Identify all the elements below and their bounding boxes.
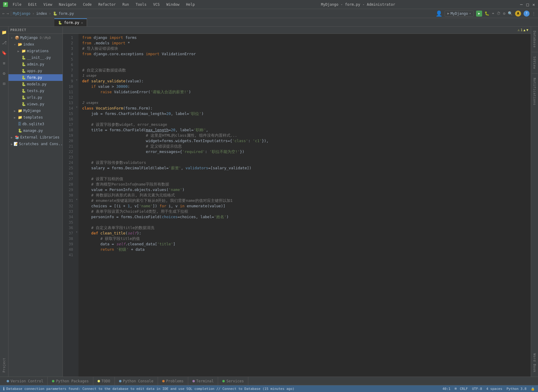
code-line[interactable]: # 将数据以列表形式表示, 列表元素为元组格式 (82, 193, 531, 198)
coverage-icon[interactable]: ☂ (492, 11, 494, 16)
tree-root[interactable]: ▾ 📦 MyDjango D:\MyD (8, 34, 63, 41)
code-line[interactable] (82, 155, 531, 160)
soview-panel-label[interactable]: SöView (533, 55, 536, 71)
code-line[interactable]: from django.core.exceptions import Valid… (82, 51, 531, 57)
folder-icon[interactable]: 📁 (1, 29, 8, 36)
nav-forward[interactable]: → (7, 11, 9, 16)
menu-edit[interactable]: Edit (27, 2, 38, 7)
database-panel-label[interactable]: Database (533, 29, 536, 49)
code-line[interactable] (82, 62, 531, 68)
tree-admin[interactable]: ▶ 🐍 admin.py (8, 61, 63, 68)
close-button[interactable]: ✕ (533, 2, 535, 7)
line-separator[interactable]: CRLF (460, 387, 468, 391)
tree-init[interactable]: ▶ 🐍 __init__.py (8, 54, 63, 61)
code-line[interactable]: personinfo = forms.ChoiceField(choices=c… (82, 214, 531, 220)
avatar[interactable]: A (515, 11, 521, 17)
run-config-selector[interactable]: ▶ MyDjango ▾ (445, 11, 474, 17)
tab-form-py[interactable]: 🐍 form.py ✕ (54, 18, 87, 26)
more-icon[interactable]: ⋮ (532, 11, 536, 16)
help-icon[interactable]: ? (524, 11, 530, 17)
word-book-label[interactable]: Word Book (533, 352, 536, 374)
tab-close-button[interactable]: ✕ (81, 21, 83, 24)
tree-external-libs[interactable]: ▶ 📚 External Libraries (8, 134, 63, 141)
code-line[interactable]: value = PersonInfo.objects.values('name'… (82, 187, 531, 193)
structure-icon2[interactable]: ≡ (1, 60, 8, 66)
code-line[interactable]: return '初级' + data (82, 247, 531, 252)
code-line[interactable]: raise ValidationError('请输入合适的薪资!') (82, 89, 531, 95)
code-line[interactable]: # 这里是HTML的class属性, 组件没有内置样式... (82, 133, 531, 138)
code-line[interactable]: # 导入验证错误模块 (82, 46, 531, 51)
menu-code[interactable]: Code (82, 2, 93, 7)
code-line[interactable]: def salary_validate(value): (82, 78, 531, 84)
code-line[interactable]: # 定义错误提示信息 (82, 144, 531, 149)
notifications-panel-label[interactable]: Notifications (533, 76, 536, 107)
tree-scratches[interactable]: ▶ 📝 Scratches and Cons... (8, 141, 63, 147)
person-icon[interactable]: 👤 (436, 10, 442, 17)
code-line[interactable]: def clean_title(self): (82, 231, 531, 236)
menu-tools[interactable]: Tools (134, 2, 148, 7)
tree-form[interactable]: ▶ 🐍 form.py (8, 74, 63, 81)
code-line[interactable] (82, 95, 531, 100)
code-line[interactable]: # 设置字段参数widget, error_message (82, 122, 531, 127)
menu-navigate[interactable]: Navigate (58, 2, 78, 7)
code-line[interactable]: class VocationForm(forms.Form): (82, 106, 531, 111)
tab-python-packages[interactable]: Python Packages (48, 377, 93, 385)
tree-apps[interactable]: ▶ 🐍 apps.py (8, 68, 63, 74)
indent[interactable]: 4 spaces (486, 387, 502, 391)
run-button[interactable] (476, 11, 482, 17)
code-line[interactable] (82, 116, 531, 122)
menu-help[interactable]: Help (185, 2, 196, 7)
code-line[interactable]: from django import forms (82, 35, 531, 40)
debug-icon[interactable]: 🐛 (485, 11, 489, 16)
tab-todo[interactable]: TODO (93, 377, 115, 385)
code-line[interactable]: # 自定义表单字段title的数据清洗 (82, 225, 531, 231)
menu-vcs[interactable]: VCS (152, 2, 161, 7)
code-content[interactable]: from django import formsfrom .models imp… (79, 34, 531, 377)
search-icon[interactable]: 🔍 (508, 11, 513, 16)
tree-manage[interactable]: ▶ 🐍 manage.py (8, 127, 63, 134)
profile-icon[interactable]: ⏱ (497, 11, 501, 16)
tree-tests[interactable]: ▶ 🐍 tests.py (8, 88, 63, 94)
code-line[interactable]: title = forms.CharField(max_length=20, l… (82, 127, 531, 133)
tab-services[interactable]: Services (218, 377, 248, 385)
code-line[interactable]: # 设置下拉框的值 (82, 176, 531, 182)
code-line[interactable]: choices = [(i + 1, v['name']) for i, v i… (82, 203, 531, 209)
tree-migrations[interactable]: ▶ 📁 migrations (8, 48, 63, 54)
code-line[interactable]: # enumerate按键返回的索引下标从0开始, 我们需要name的值对应主键… (82, 198, 531, 203)
minimize-button[interactable]: ─ (520, 2, 523, 7)
code-line[interactable]: error_messages={'required': '职位不能为空!'}) (82, 149, 531, 155)
tree-views[interactable]: ▶ 🐍 views.py (8, 101, 63, 107)
settings-gear-icon[interactable]: ⚙ (1, 70, 8, 77)
breadcrumb-file[interactable]: 🐍 form.py (53, 11, 74, 16)
code-line[interactable]: data = self.cleaned_data['title'] (82, 241, 531, 247)
menu-run[interactable]: Run (121, 2, 130, 7)
breadcrumb-index[interactable]: index (36, 11, 47, 16)
lock-icon[interactable]: 🔒 (531, 387, 535, 391)
tree-templates[interactable]: ▶ 📁 templates (8, 114, 63, 121)
code-line[interactable]: if value > 30000: (82, 84, 531, 89)
menu-view[interactable]: View (42, 2, 53, 7)
settings-icon[interactable]: ⚙ (503, 11, 505, 16)
python-version[interactable]: Python 3.8 (507, 387, 527, 391)
code-line[interactable]: widget=forms.widgets.TextInput(attrs={'c… (82, 138, 531, 144)
tab-problems[interactable]: Problems (158, 377, 188, 385)
code-line[interactable]: # 设置字段传参数validators (82, 160, 531, 165)
tree-models[interactable]: ▶ 🐍 models.py (8, 81, 63, 88)
menu-file[interactable]: File (11, 2, 23, 7)
bookmark-icon2[interactable]: 🔖 (1, 49, 8, 56)
maximize-button[interactable]: □ (526, 2, 529, 7)
code-line[interactable]: # 自定义验证数据提函数 (82, 68, 531, 73)
tree-db[interactable]: ▶ 🗄 db.sqlite3 (8, 121, 63, 127)
tree-urls[interactable]: ▶ 🐍 urls.py (8, 94, 63, 101)
tab-version-control[interactable]: Version Control (2, 377, 48, 385)
code-line[interactable] (82, 252, 531, 258)
menu-refactor[interactable]: Refactor (97, 2, 117, 7)
nav-back[interactable]: ← (2, 11, 5, 16)
code-line[interactable]: from .models import * (82, 40, 531, 46)
code-line[interactable]: # 表单字段设置为ChoiceField类型, 用于生成下拉框 (82, 209, 531, 214)
code-line[interactable]: # 获取字段title的值 (82, 236, 531, 241)
menu-window[interactable]: Window (165, 2, 181, 7)
encoding[interactable]: UTF-8 (472, 387, 482, 391)
warning-count[interactable]: ⚠ 1 ▲ ▼ (518, 28, 529, 32)
tab-python-console[interactable]: Python Console (115, 377, 158, 385)
